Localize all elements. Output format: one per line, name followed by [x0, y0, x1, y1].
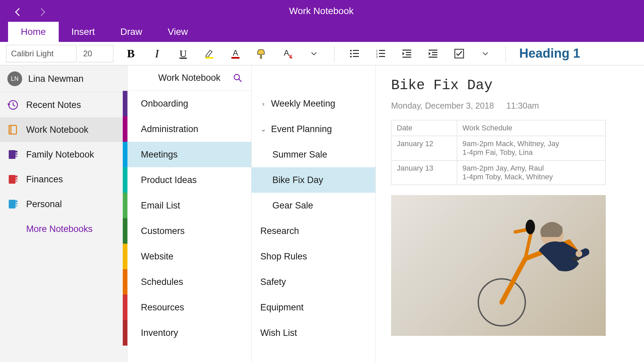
nav-label: Finances: [26, 174, 63, 185]
highlighter-button[interactable]: [203, 47, 216, 60]
svg-rect-48: [573, 257, 579, 260]
section-item[interactable]: Product Ideas: [123, 167, 251, 193]
section-color-tab[interactable]: [123, 142, 127, 167]
svg-point-8: [350, 56, 352, 57]
page-item[interactable]: Summer Sale: [252, 142, 375, 167]
table-cell[interactable]: 9am-2pm Mack, Whitney, Jay1-4pm Fai, Tob…: [457, 136, 605, 161]
chevron-down-icon[interactable]: ⌄: [260, 125, 266, 133]
format-painter-button[interactable]: [255, 47, 268, 60]
table-cell[interactable]: January 13: [391, 161, 457, 185]
nav-personal[interactable]: Personal: [0, 192, 127, 217]
section-item[interactable]: Resources: [123, 295, 251, 320]
table-row[interactable]: January 129am-2pm Mack, Whitney, Jay1-4p…: [391, 136, 606, 161]
page-item[interactable]: ›Weekly Meeting: [252, 91, 375, 116]
page-item[interactable]: Bike Fix Day: [252, 167, 375, 193]
page-item[interactable]: Equipment: [252, 295, 375, 320]
section-item[interactable]: Schedules: [123, 269, 251, 295]
nav-family-notebook[interactable]: Family Notebook: [0, 142, 127, 167]
section-color-tab[interactable]: [123, 193, 127, 218]
section-color-tab[interactable]: [123, 218, 127, 244]
section-color-tab[interactable]: [123, 295, 127, 320]
schedule-table[interactable]: Date Work Schedule January 129am-2pm Mac…: [391, 120, 606, 185]
table-cell[interactable]: January 12: [391, 136, 457, 161]
page-item[interactable]: Research: [252, 218, 375, 244]
note-date-time: Monday, December 3, 2018 11:30am: [391, 101, 629, 111]
page-item[interactable]: Wish List: [252, 320, 375, 346]
page-item[interactable]: Safety: [252, 269, 375, 295]
tab-draw[interactable]: Draw: [108, 22, 155, 42]
more-formatting-button[interactable]: [307, 47, 321, 60]
nav-work-notebook[interactable]: Work Notebook: [0, 117, 127, 142]
table-header[interactable]: Date: [391, 120, 457, 136]
toolbar-divider: [334, 46, 334, 62]
forward-button[interactable]: [38, 7, 46, 15]
more-notebooks-link[interactable]: More Notebooks: [0, 217, 127, 242]
svg-point-6: [350, 53, 352, 54]
title-bar: Work Notebook: [0, 0, 644, 22]
bold-button[interactable]: B: [124, 47, 138, 60]
underline-button[interactable]: U: [176, 47, 190, 60]
section-item[interactable]: Meetings: [123, 142, 251, 167]
workspace: LN Lina Newman Recent Notes Work Noteboo…: [0, 65, 644, 362]
table-row[interactable]: January 139am-2pm Jay, Amy, Raul1-4pm To…: [391, 161, 606, 185]
notebook-tabs-icon: [7, 174, 19, 185]
svg-rect-38: [15, 200, 17, 202]
ribbon-tabs: Home Insert Draw View: [0, 22, 644, 42]
increase-indent-button[interactable]: [426, 47, 440, 60]
tab-home[interactable]: Home: [8, 22, 59, 42]
person-with-bike-icon: [465, 208, 592, 329]
section-color-tab[interactable]: [123, 91, 127, 116]
nav-recent-notes[interactable]: Recent Notes: [0, 93, 127, 117]
section-color-tab[interactable]: [123, 167, 127, 193]
page-item[interactable]: Gear Sale: [252, 193, 375, 218]
page-label: Equipment: [260, 302, 304, 313]
svg-rect-29: [9, 150, 15, 159]
tab-insert[interactable]: Insert: [59, 22, 108, 42]
table-header[interactable]: Work Schedule: [457, 120, 605, 136]
sections-panel: Work Notebook OnboardingAdministrationMe…: [127, 65, 252, 362]
section-item[interactable]: Inventory: [123, 320, 251, 346]
note-canvas[interactable]: Bike Fix Day Monday, December 3, 2018 11…: [376, 65, 644, 362]
section-color-tab[interactable]: [123, 116, 127, 142]
numbered-list-button[interactable]: 123: [374, 47, 387, 60]
note-image[interactable]: [391, 195, 606, 336]
back-button[interactable]: [13, 7, 21, 15]
font-name-input[interactable]: [6, 45, 76, 62]
history-icon: [7, 99, 19, 111]
italic-button[interactable]: I: [150, 47, 164, 60]
user-profile[interactable]: LN Lina Newman: [0, 65, 127, 93]
section-color-tab[interactable]: [123, 269, 127, 295]
section-color-tab[interactable]: [123, 320, 127, 346]
svg-rect-23: [429, 57, 437, 58]
style-heading-button[interactable]: Heading 1: [519, 46, 580, 61]
todo-checkbox-button[interactable]: [452, 47, 466, 60]
page-item[interactable]: Shop Rules: [252, 244, 375, 269]
search-button[interactable]: [231, 71, 245, 85]
tab-view[interactable]: View: [155, 22, 201, 42]
svg-rect-15: [379, 56, 385, 57]
more-paragraph-button[interactable]: [479, 47, 492, 60]
section-item[interactable]: Website: [123, 244, 251, 269]
nav-finances[interactable]: Finances: [0, 167, 127, 192]
table-cell[interactable]: 9am-2pm Jay, Amy, Raul1-4pm Toby, Mack, …: [457, 161, 605, 185]
formatting-toolbar: B I U A A 123: [0, 42, 644, 65]
svg-rect-18: [406, 54, 411, 55]
page-title[interactable]: Bike Fix Day: [391, 77, 629, 94]
font-color-button[interactable]: A: [229, 47, 242, 60]
section-item[interactable]: Onboarding: [123, 91, 251, 116]
section-item[interactable]: Email List: [123, 193, 251, 218]
notebook-tabs-icon: [7, 149, 19, 160]
nav-label: Family Notebook: [26, 149, 94, 160]
section-color-tab[interactable]: [123, 244, 127, 269]
nav-label: Work Notebook: [26, 125, 89, 135]
decrease-indent-button[interactable]: [400, 47, 414, 60]
svg-text:3: 3: [376, 55, 378, 58]
bulleted-list-button[interactable]: [348, 47, 361, 60]
chevron-right-icon[interactable]: ›: [260, 100, 266, 108]
page-item[interactable]: ⌄Event Planning: [252, 116, 375, 142]
section-item[interactable]: Administration: [123, 116, 251, 142]
svg-point-4: [350, 50, 352, 51]
section-item[interactable]: Customers: [123, 218, 251, 244]
font-size-input[interactable]: [78, 45, 113, 62]
clear-formatting-button[interactable]: A: [281, 47, 294, 60]
